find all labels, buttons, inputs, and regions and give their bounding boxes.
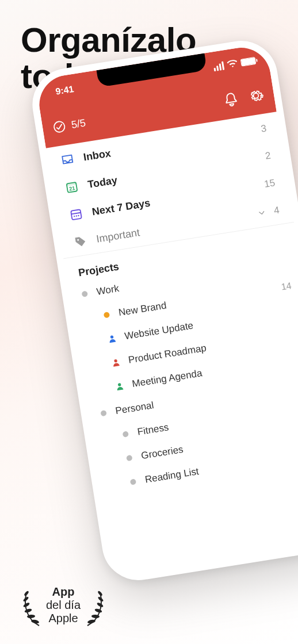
- svg-point-7: [75, 215, 77, 217]
- svg-point-10: [110, 335, 113, 339]
- person-icon: [110, 357, 121, 367]
- award-line-1: App: [46, 585, 81, 599]
- award-badge: App del día Apple: [21, 582, 106, 628]
- svg-point-21: [97, 602, 104, 608]
- status-time: 9:41: [55, 84, 74, 97]
- project-color-dot: [123, 431, 129, 437]
- svg-point-6: [74, 216, 75, 217]
- award-line-2: del día: [46, 599, 81, 612]
- filter-count: 4: [273, 205, 280, 217]
- project-color-dot: [104, 312, 110, 318]
- person-icon: [114, 381, 125, 392]
- award-line-3: Apple: [46, 612, 81, 625]
- svg-rect-4: [71, 209, 82, 220]
- project-color-dot: [126, 455, 132, 461]
- tag-icon: [71, 233, 89, 250]
- svg-point-22: [94, 608, 102, 613]
- progress-value: 5/5: [70, 117, 86, 131]
- svg-text:21: 21: [68, 185, 75, 191]
- svg-line-5: [71, 213, 81, 214]
- svg-point-19: [97, 591, 103, 596]
- svg-point-16: [24, 608, 32, 613]
- wifi-icon: [227, 59, 238, 69]
- sidebar-list: Inbox 3 21 Today 2 Next 7 Days 15: [46, 112, 298, 577]
- calendar-today-icon: 21: [63, 179, 81, 195]
- smart-list-count: 15: [263, 177, 276, 190]
- battery-icon: [240, 56, 257, 66]
- smart-list-count: 2: [265, 150, 272, 162]
- svg-point-0: [54, 121, 66, 133]
- progress-ring-icon: [52, 120, 67, 134]
- project-color-dot: [82, 291, 88, 297]
- inbox-icon: [59, 152, 77, 168]
- project-count: 14: [280, 281, 292, 293]
- calendar-week-icon: [67, 206, 85, 223]
- svg-point-11: [114, 359, 117, 363]
- gear-icon[interactable]: [247, 87, 265, 105]
- svg-point-13: [24, 591, 29, 596]
- laurel-right-icon: [83, 582, 106, 628]
- svg-point-8: [78, 215, 79, 217]
- svg-point-12: [118, 383, 121, 386]
- progress-indicator[interactable]: 5/5: [52, 116, 87, 134]
- smart-list-count: 3: [260, 122, 267, 135]
- project-color-dot: [130, 478, 136, 485]
- cellular-signal-icon: [213, 61, 224, 71]
- svg-point-15: [23, 602, 30, 608]
- laurel-left-icon: [21, 582, 44, 628]
- chevron-down-icon: [256, 208, 266, 218]
- person-icon: [107, 334, 117, 344]
- project-color-dot: [100, 410, 106, 416]
- phone-mockup: 9:41 5/5: [27, 36, 298, 585]
- bell-icon[interactable]: [223, 91, 240, 108]
